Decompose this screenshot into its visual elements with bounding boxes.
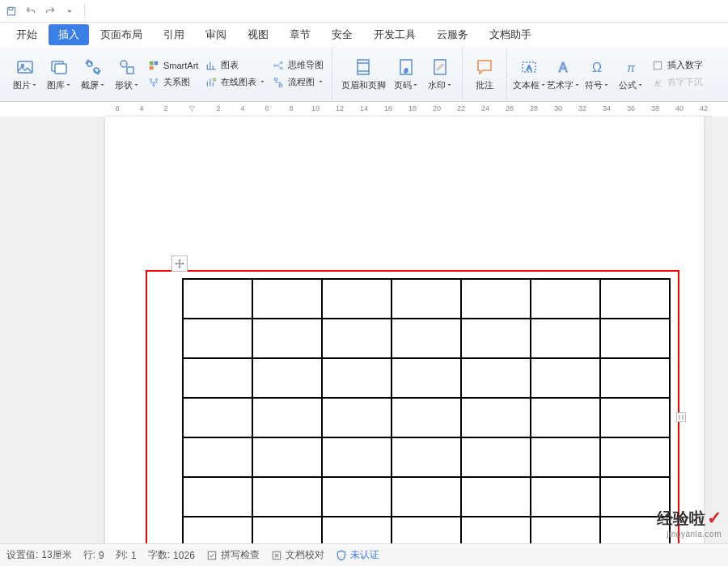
menu-cloud[interactable]: 云服务 bbox=[427, 24, 478, 45]
watermark-button[interactable]: 水印 bbox=[423, 50, 457, 97]
chart-button[interactable]: 图表 bbox=[201, 58, 269, 73]
extra-list: 插入数字 A首字下沉 bbox=[648, 50, 706, 97]
header-footer-button[interactable]: 页眉和页脚 bbox=[337, 50, 389, 97]
status-spellcheck[interactable]: 拼写检查 bbox=[206, 548, 260, 562]
svg-rect-1 bbox=[9, 7, 13, 10]
table-row[interactable] bbox=[183, 358, 670, 398]
svg-point-15 bbox=[153, 84, 154, 86]
document-table[interactable] bbox=[182, 278, 671, 543]
document-workspace[interactable] bbox=[0, 116, 728, 543]
ruler-mark: 36 bbox=[627, 104, 635, 112]
redo-icon[interactable] bbox=[44, 5, 57, 18]
page-number-label: 页码 bbox=[394, 79, 412, 91]
mindmap-button[interactable]: 思维导图 bbox=[269, 58, 327, 73]
menu-insert[interactable]: 插入 bbox=[49, 24, 89, 45]
online-chart-button[interactable]: 在线图表 bbox=[201, 75, 269, 90]
status-words[interactable]: 字数: 1026 bbox=[148, 548, 195, 562]
screenshot-button[interactable]: 截屏 bbox=[76, 50, 110, 97]
table-row[interactable] bbox=[183, 517, 670, 543]
shapes-button[interactable]: 形状 bbox=[110, 50, 144, 97]
online-chart-label: 在线图表 bbox=[221, 76, 256, 88]
shield-icon bbox=[336, 550, 347, 561]
insert-number-icon bbox=[651, 59, 664, 72]
equation-icon: π bbox=[620, 57, 641, 78]
svg-rect-12 bbox=[150, 65, 154, 70]
status-proofing[interactable]: 文档校对 bbox=[271, 548, 324, 562]
menu-references[interactable]: 引用 bbox=[154, 24, 194, 45]
equation-button[interactable]: π 公式 bbox=[614, 50, 648, 97]
table-row[interactable] bbox=[183, 437, 670, 477]
relation-button[interactable]: 关系图 bbox=[144, 75, 201, 90]
table-row[interactable] bbox=[183, 319, 670, 358]
mindmap-icon bbox=[272, 59, 285, 72]
equation-label: 公式 bbox=[619, 79, 637, 91]
insert-number-button[interactable]: 插入数字 bbox=[648, 58, 706, 73]
watermark-icon bbox=[430, 57, 451, 78]
menu-start[interactable]: 开始 bbox=[6, 24, 47, 45]
proofing-icon bbox=[271, 550, 282, 561]
wordart-label: 艺术字 bbox=[547, 79, 574, 91]
menu-doc-assistant[interactable]: 文档助手 bbox=[480, 24, 541, 45]
table-row[interactable] bbox=[183, 398, 670, 437]
ruler-indent-marker[interactable]: ▽ bbox=[189, 104, 195, 112]
dropcap-icon: A bbox=[651, 76, 664, 89]
menu-bar: 开始 插入 页面布局 引用 审阅 视图 章节 安全 开发工具 云服务 文档助手 bbox=[0, 23, 728, 47]
status-col[interactable]: 列: 1 bbox=[116, 548, 137, 562]
status-unverified[interactable]: 未认证 bbox=[336, 548, 379, 562]
ruler-mark: 40 bbox=[675, 104, 684, 112]
horizontal-ruler[interactable]: 6 4 2 ▽ 2 4 6 8 10 12 14 16 18 20 22 24 … bbox=[105, 102, 712, 116]
ribbon-group-media: 图片 图库 截屏 形状 SmartArt 关系图 图表 在线图表 思维导图 流程… bbox=[3, 47, 332, 101]
table-move-handle[interactable] bbox=[171, 256, 188, 272]
diagram-list: 思维导图 流程图 bbox=[269, 50, 327, 97]
comment-icon bbox=[474, 57, 495, 78]
menu-devtools[interactable]: 开发工具 bbox=[364, 24, 425, 45]
save-icon[interactable] bbox=[5, 5, 18, 18]
page-number-icon: # bbox=[396, 57, 417, 78]
picture-icon bbox=[15, 57, 36, 78]
comment-button[interactable]: 批注 bbox=[468, 50, 502, 97]
wordart-button[interactable]: A 艺术字 bbox=[546, 50, 580, 97]
screenshot-label: 截屏 bbox=[81, 79, 99, 91]
comment-label: 批注 bbox=[476, 79, 493, 91]
svg-rect-9 bbox=[127, 67, 133, 74]
shapes-label: 形状 bbox=[115, 79, 133, 91]
smartart-button[interactable]: SmartArt bbox=[144, 58, 201, 73]
flowchart-icon bbox=[272, 76, 285, 89]
svg-text:Ω: Ω bbox=[592, 61, 602, 74]
menu-view[interactable]: 视图 bbox=[238, 24, 278, 45]
table-resize-right[interactable] bbox=[676, 412, 686, 422]
relation-label: 关系图 bbox=[163, 76, 190, 88]
ruler-mark: 4 bbox=[240, 104, 244, 112]
status-set-value[interactable]: 设置值: 13厘米 bbox=[6, 548, 72, 562]
page-number-button[interactable]: # 页码 bbox=[389, 50, 423, 97]
undo-icon[interactable] bbox=[24, 5, 37, 18]
menu-review[interactable]: 审阅 bbox=[196, 24, 236, 45]
chart-label: 图表 bbox=[221, 59, 239, 71]
menu-page-layout[interactable]: 页面布局 bbox=[91, 24, 152, 45]
dropcap-button[interactable]: A首字下沉 bbox=[648, 75, 706, 90]
textbox-button[interactable]: A 文本框 bbox=[512, 50, 546, 97]
ruler-mark: 2 bbox=[163, 104, 167, 112]
ruler-mark: 14 bbox=[360, 104, 368, 112]
symbol-button[interactable]: Ω 符号 bbox=[580, 50, 614, 97]
symbol-label: 符号 bbox=[585, 79, 603, 91]
flowchart-button[interactable]: 流程图 bbox=[269, 75, 327, 90]
svg-rect-11 bbox=[154, 61, 159, 65]
table-row[interactable] bbox=[183, 279, 670, 319]
header-footer-icon bbox=[353, 57, 374, 78]
gallery-label: 图库 bbox=[47, 79, 65, 91]
status-row[interactable]: 行: 9 bbox=[83, 548, 104, 562]
gallery-button[interactable]: 图库 bbox=[42, 50, 76, 97]
svg-text:A: A bbox=[527, 64, 531, 72]
menu-chapter[interactable]: 章节 bbox=[280, 24, 320, 45]
chart-list: 图表 在线图表 bbox=[201, 50, 269, 97]
qat-dropdown-icon[interactable] bbox=[63, 5, 76, 18]
svg-rect-22 bbox=[358, 60, 369, 74]
svg-rect-33 bbox=[654, 61, 662, 69]
ruler-mark: 20 bbox=[433, 104, 441, 112]
svg-rect-38 bbox=[208, 551, 215, 559]
menu-security[interactable]: 安全 bbox=[322, 24, 362, 45]
mindmap-label: 思维导图 bbox=[288, 59, 324, 71]
table-row[interactable] bbox=[183, 477, 670, 517]
picture-button[interactable]: 图片 bbox=[8, 50, 42, 97]
